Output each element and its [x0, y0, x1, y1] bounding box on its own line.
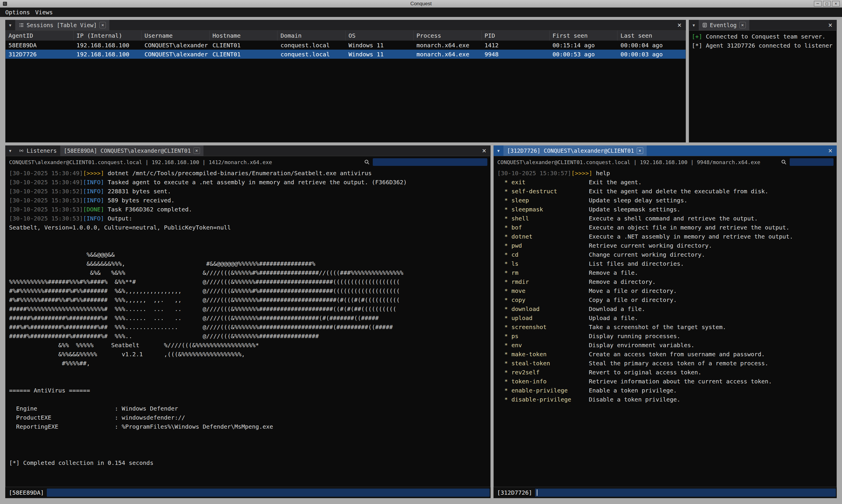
command-input[interactable] [535, 488, 836, 497]
table-row[interactable]: 312D7726192.168.168.100CONQUEST\alexande… [5, 50, 686, 59]
tab-listeners[interactable]: Listeners [15, 145, 60, 156]
panel-close-icon[interactable]: × [825, 147, 836, 155]
tab-session-58EE89DA[interactable]: [58EE89DA] CONQUEST\alexander@CLIENT01 × [60, 145, 204, 156]
terminal-line: * uploadUpload a file. [497, 313, 837, 323]
terminal-line: [30-10-2025 15:30:57][>>>>] help [497, 169, 837, 178]
column-header[interactable]: AgentID [5, 31, 74, 41]
terminal-line: [30-10-2025 15:30:53][INFO] Output: [9, 214, 490, 223]
table-row[interactable]: 58EE89DA192.168.168.100CONQUEST\alexande… [5, 41, 686, 50]
eventlog-panel: ▼ Eventlog × × [+] Connected to Conquest… [689, 20, 837, 143]
tab-label: Eventlog [710, 22, 737, 28]
tab-close-icon[interactable]: × [193, 147, 200, 154]
terminal-line: * psDisplay running processes. [497, 332, 837, 341]
eventlog-tabbar: ▼ Eventlog × × [689, 20, 837, 30]
minimize-icon[interactable]: ─ [814, 1, 822, 6]
terminal-line [9, 449, 490, 458]
tab-label: [58EE89DA] CONQUEST\alexander@CLIENT01 [64, 147, 191, 154]
menubar: Options Views [0, 7, 842, 17]
table-view-icon [19, 22, 24, 28]
column-header[interactable]: Process [414, 31, 482, 41]
search-input[interactable] [373, 158, 487, 166]
terminal-line: * steal-tokenSteal the primary access to… [497, 359, 837, 368]
tab-close-icon[interactable]: × [637, 147, 643, 154]
search-icon[interactable] [781, 159, 787, 165]
terminal-line: ProductEXE : windowsdefender:// [9, 413, 490, 422]
left-terminal-tabbar: ▼ Listeners [58EE89DA] CONQUEST\alexande… [5, 145, 491, 156]
terminal-line: * self-destructExit the agent and delete… [497, 187, 837, 196]
panel-menu-icon[interactable]: ▼ [5, 149, 15, 153]
table-cell: CLIENT01 [210, 50, 278, 59]
terminal-line: &%%&&&%%%%% v1.2.1 ,(((&%%%%%%%%%%%%%%%%… [9, 350, 490, 359]
panel-menu-icon[interactable]: ▼ [5, 23, 15, 28]
right-terminal-tabbar: ▼ [312D7726] CONQUEST\alexander@CLIENT01… [494, 145, 837, 156]
panel-close-icon[interactable]: × [674, 21, 685, 29]
tab-eventlog[interactable]: Eventlog × [699, 20, 749, 30]
column-header[interactable]: PID [482, 31, 550, 41]
terminal-line: [30-10-2025 15:30:53][DONE] Task F366D36… [9, 205, 490, 214]
tab-sessions[interactable]: Sessions [Table View] × [15, 20, 109, 30]
tab-close-icon[interactable]: × [99, 22, 106, 28]
listeners-icon [19, 148, 24, 153]
column-header[interactable]: Domain [277, 31, 346, 41]
terminal-line: #%#%%%%%%%#######%#%%####### %&%,,,,,,,,… [9, 286, 490, 295]
terminal-line: * pwdRetrieve current working directory. [497, 241, 837, 250]
panel-close-icon[interactable]: × [825, 21, 836, 29]
table-cell: monarch.x64.exe [414, 50, 482, 59]
panel-menu-icon[interactable]: ▼ [494, 149, 503, 153]
table-cell: 00:15:14 ago [550, 41, 618, 50]
column-header[interactable]: Username [141, 31, 210, 41]
left-terminal-panel: ▼ Listeners [58EE89DA] CONQUEST\alexande… [5, 145, 491, 498]
column-header[interactable]: IP (Internal) [74, 31, 142, 41]
sessions-table: AgentIDIP (Internal)UsernameHostnameDoma… [5, 30, 686, 143]
terminal-line: ######%#########%#########%# %%%...... .… [9, 313, 490, 323]
terminal-line: [*] Completed collection in 0.154 second… [9, 458, 490, 468]
table-cell: CONQUEST\alexander [141, 41, 210, 50]
sessions-panel: ▼ Sessions [Table View] × × AgentIDIP (I… [5, 20, 686, 143]
prompt-label: [312D7726] [497, 489, 532, 496]
terminal-line [9, 377, 490, 386]
left-terminal: CONQUEST\alexander@CLIENT01.conquest.loc… [5, 156, 491, 487]
tab-label: Sessions [Table View] [27, 22, 97, 28]
menu-views[interactable]: Views [33, 8, 56, 16]
terminal-line: * lsList files and directories. [497, 259, 837, 268]
column-header[interactable]: Hostname [210, 31, 278, 41]
terminal-line: &&&&&&&%%%, #&&@@@@@@%%%%%%#############… [9, 259, 490, 268]
terminal-line: * make-tokenCreate an access token from … [497, 350, 837, 359]
terminal-line: #%%%%##, [9, 359, 490, 368]
maximize-icon[interactable]: □ [823, 1, 830, 6]
table-cell: conquest.local [277, 41, 346, 50]
tab-session-312D7726[interactable]: [312D7726] CONQUEST\alexander@CLIENT01 × [503, 145, 647, 156]
sessions-tabbar: ▼ Sessions [Table View] × × [5, 20, 686, 30]
table-cell: 1412 [482, 41, 550, 50]
terminal-line: * rev2selfRevert to original access toke… [497, 368, 837, 377]
right-terminal-panel: ▼ [312D7726] CONQUEST\alexander@CLIENT01… [494, 145, 837, 498]
search-icon[interactable] [364, 159, 370, 165]
titlebar[interactable]: Conquest ─ □ × [0, 0, 842, 7]
tab-label: [312D7726] CONQUEST\alexander@CLIENT01 [507, 147, 634, 154]
terminal-line: &%% %%%%% Seatbelt %////(((&%%%%%%%%%%%%… [9, 341, 490, 350]
search-input[interactable] [790, 158, 834, 166]
terminal-line: * enable-privilegeEnable a token privile… [497, 386, 837, 395]
terminal-line: Engine : Windows Defender [9, 404, 490, 413]
table-cell: 00:00:04 ago [617, 41, 686, 50]
panel-close-icon[interactable]: × [479, 147, 489, 155]
terminal-line: ReportingEXE : %ProgramFiles%\Windows De… [9, 422, 490, 431]
right-terminal-output[interactable]: [30-10-2025 15:30:57][>>>>] help * exitE… [494, 168, 837, 487]
column-header[interactable]: OS [346, 31, 414, 41]
menu-options[interactable]: Options [3, 8, 33, 16]
close-icon[interactable]: × [832, 1, 840, 6]
table-cell: Windows 11 [346, 41, 414, 50]
terminal-line: * sleepUpdate sleep delay settings. [497, 196, 837, 205]
right-input-bar: [312D7726] [494, 487, 837, 498]
column-header[interactable]: First seen [550, 31, 618, 41]
left-terminal-output[interactable]: [30-10-2025 15:30:49][>>>>] dotnet /mnt/… [5, 168, 490, 487]
column-header[interactable]: Last seen [617, 31, 686, 41]
table-cell: 00:00:03 ago [617, 50, 686, 59]
terminal-line: * cdChange current working directory. [497, 250, 837, 259]
panel-menu-icon[interactable]: ▼ [689, 23, 699, 28]
window-controls: ─ □ × [814, 1, 840, 6]
table-cell: 192.168.168.100 [74, 41, 142, 50]
tab-close-icon[interactable]: × [739, 22, 746, 28]
command-input[interactable] [47, 488, 490, 497]
terminal-line: ###%#%#########%#########%## %%%........… [9, 323, 490, 332]
